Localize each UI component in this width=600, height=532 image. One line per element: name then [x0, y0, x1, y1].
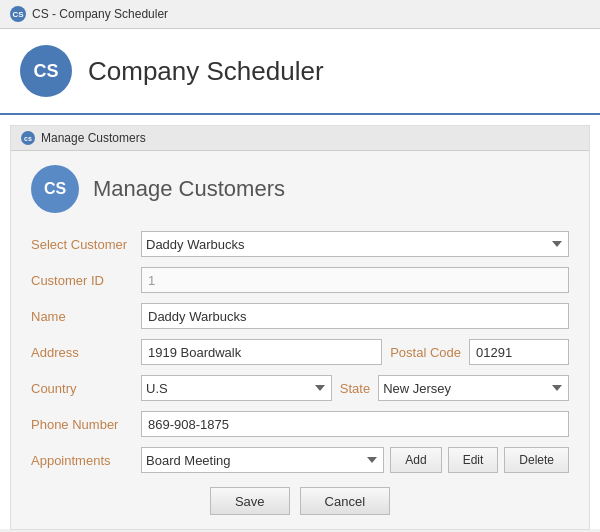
cancel-button[interactable]: Cancel	[300, 487, 390, 515]
select-customer-label: Select Customer	[31, 237, 141, 252]
add-button[interactable]: Add	[390, 447, 441, 473]
postal-code-input[interactable]	[469, 339, 569, 365]
panel-heading: Manage Customers	[93, 176, 285, 202]
appointments-label: Appointments	[31, 453, 141, 468]
edit-button[interactable]: Edit	[448, 447, 499, 473]
address-label: Address	[31, 345, 141, 360]
panel-title-text: Manage Customers	[41, 131, 146, 145]
app-title: Company Scheduler	[88, 56, 324, 87]
title-bar-icon: CS	[10, 6, 26, 22]
bottom-buttons: Save Cancel	[31, 487, 569, 515]
phone-number-input[interactable]	[141, 411, 569, 437]
customer-id-row: Customer ID	[31, 267, 569, 293]
panel-content: CS Manage Customers Select Customer Dadd…	[11, 151, 589, 529]
country-label: Country	[31, 381, 141, 396]
appointments-dropdown[interactable]: Board Meeting	[141, 447, 384, 473]
panel-icon: cs	[21, 131, 35, 145]
save-button[interactable]: Save	[210, 487, 290, 515]
panel-logo: CS	[31, 165, 79, 213]
state-label: State	[340, 381, 370, 396]
app-logo: CS	[20, 45, 72, 97]
address-row: Address Postal Code	[31, 339, 569, 365]
select-customer-dropdown[interactable]: Daddy Warbucks	[141, 231, 569, 257]
country-dropdown[interactable]: U.S	[141, 375, 332, 401]
address-input[interactable]	[141, 339, 382, 365]
phone-number-row: Phone Number	[31, 411, 569, 437]
phone-number-label: Phone Number	[31, 417, 141, 432]
title-bar: CS CS - Company Scheduler	[0, 0, 600, 29]
appointments-row: Appointments Board Meeting Add Edit Dele…	[31, 447, 569, 473]
customer-id-label: Customer ID	[31, 273, 141, 288]
delete-button[interactable]: Delete	[504, 447, 569, 473]
name-label: Name	[31, 309, 141, 324]
panel-title-bar: cs Manage Customers	[11, 126, 589, 151]
app-header: CS Company Scheduler	[0, 29, 600, 115]
main-window: CS Company Scheduler cs Manage Customers…	[0, 29, 600, 529]
country-state-row: Country U.S State New Jersey	[31, 375, 569, 401]
title-bar-text: CS - Company Scheduler	[32, 7, 168, 21]
name-input[interactable]	[141, 303, 569, 329]
state-dropdown[interactable]: New Jersey	[378, 375, 569, 401]
select-customer-row: Select Customer Daddy Warbucks	[31, 231, 569, 257]
customer-id-input[interactable]	[141, 267, 569, 293]
manage-customers-panel: cs Manage Customers CS Manage Customers …	[10, 125, 590, 530]
panel-header: CS Manage Customers	[31, 165, 569, 213]
name-row: Name	[31, 303, 569, 329]
postal-code-label: Postal Code	[390, 345, 461, 360]
